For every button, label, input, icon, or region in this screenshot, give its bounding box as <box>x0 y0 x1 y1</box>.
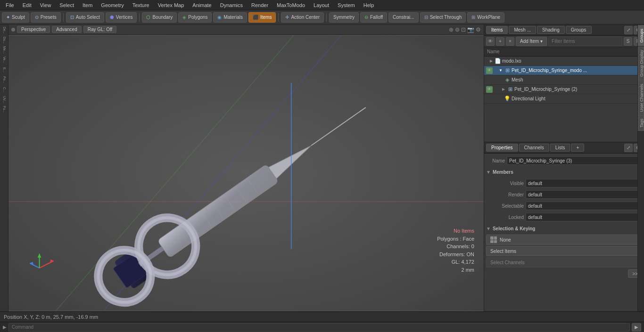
add-item-button[interactable]: Add Item ▾ <box>516 37 547 46</box>
tab-shading[interactable]: Shading <box>537 26 565 34</box>
left-tool-pol[interactable]: Po... <box>0 75 8 84</box>
tab-lists[interactable]: Lists <box>550 144 570 152</box>
materials-icon: ◉ <box>217 15 222 20</box>
members-section[interactable]: ▼ Members <box>486 168 642 176</box>
list-item[interactable]: 👁 ▼ ⊞ Pet_ID_Microchip_Syringe_modo ... <box>484 66 644 75</box>
props-expand-btn[interactable]: ⤢ <box>624 144 633 152</box>
viewport-deformers: Deformers: ON <box>437 251 474 259</box>
left-tool-mes[interactable]: Me... <box>0 45 8 55</box>
item-visibility-icon[interactable]: 👁 <box>486 86 493 93</box>
items-list[interactable]: ▶ 📄 modo.lxo 👁 ▼ ⊞ Pet_ID_Microchip_Syri… <box>484 57 644 142</box>
symmetry-button[interactable]: Symmetry <box>329 12 359 23</box>
menu-layout[interactable]: Layout <box>310 1 333 9</box>
menu-geometry[interactable]: Geometry <box>97 1 127 9</box>
item-tri-expand[interactable]: ▼ <box>498 68 503 73</box>
list-item[interactable]: 👁 ▶ ⊞ Pet_ID_Microchip_Syringe (2) <box>484 85 644 94</box>
vertices-button[interactable]: ⬟ Vertices <box>106 12 137 23</box>
left-tool-fu[interactable]: Fu... <box>0 105 8 114</box>
side-tab-group-display[interactable]: Group Display <box>638 47 644 80</box>
tab-channels[interactable]: Channels <box>519 144 549 152</box>
boundary-button[interactable]: ⬡ Boundary <box>142 12 177 23</box>
viewport-raygl-button[interactable]: Ray GL: Off <box>83 26 117 33</box>
side-tab-user-channels[interactable]: User Channels <box>638 81 644 115</box>
materials-button[interactable]: ◉ Materials <box>213 12 247 23</box>
side-tab-tags[interactable]: Tags <box>638 115 644 131</box>
presets-button[interactable]: ⊙ Presets <box>31 12 61 23</box>
boundary-icon: ⬡ <box>146 15 150 20</box>
menu-animate[interactable]: Animate <box>189 1 215 9</box>
name-label: Name <box>486 158 505 163</box>
left-tool-c[interactable]: C... <box>0 85 8 94</box>
viewport-mode-button[interactable]: Perspective <box>17 26 50 33</box>
viewport-zoom-icon[interactable]: ⊚ <box>455 26 460 33</box>
menu-texture[interactable]: Texture <box>129 1 153 9</box>
side-tab-groups[interactable]: Groups <box>638 25 644 46</box>
viewport-3d-scene <box>8 35 484 311</box>
left-tool-de[interactable]: De... <box>0 25 8 35</box>
filter-items-input[interactable] <box>548 37 622 46</box>
tab-add[interactable]: + <box>571 144 584 152</box>
select-items-button[interactable]: Select Items <box>486 246 642 256</box>
list-item[interactable]: ▶ 📄 modo.lxo <box>484 57 644 66</box>
viewport-camera-icon[interactable]: 📷 <box>467 26 474 33</box>
left-tool-ver[interactable]: Ve... <box>0 55 8 65</box>
left-tool-dup[interactable]: Du... <box>0 35 8 45</box>
viewport-canvas[interactable]: No Items Polygons : Face Channels: 0 Def… <box>8 35 484 311</box>
item-visibility-icon[interactable]: 👁 <box>486 67 493 74</box>
workplane-button[interactable]: ⊞ WorkPlane <box>467 12 504 23</box>
viewport-no-items: No Items <box>437 227 474 235</box>
items-plus-btn[interactable]: + <box>496 37 504 46</box>
list-item[interactable]: 💡 Directional Light <box>484 94 644 104</box>
menu-select[interactable]: Select <box>56 1 78 9</box>
cmd-go-button[interactable]: ▶ <box>632 323 641 332</box>
name-input[interactable] <box>507 156 642 165</box>
filter-search-btn[interactable]: S <box>624 37 632 46</box>
left-tool-e[interactable]: E... <box>0 65 8 74</box>
none-button[interactable]: None <box>486 235 642 245</box>
tab-items[interactable]: Items <box>486 26 508 34</box>
locked-dropdown[interactable]: default ▾ <box>526 213 642 221</box>
render-dropdown[interactable]: default ▾ <box>526 190 642 199</box>
visible-dropdown[interactable]: default ▾ <box>526 179 642 187</box>
viewport-settings-icon[interactable]: ⚙ <box>476 26 481 33</box>
auto-select-button[interactable]: ⊡ Auto Select <box>66 12 104 23</box>
menu-view[interactable]: View <box>36 1 55 9</box>
sculpt-button[interactable]: ✦ Sculpt <box>2 12 29 23</box>
action-center-button[interactable]: ✛ Action Center <box>281 12 324 23</box>
select-through-button[interactable]: ⊟ Select Through <box>420 12 466 23</box>
falloff-button[interactable]: ⊖ Falloff <box>360 12 387 23</box>
tab-properties[interactable]: Properties <box>486 144 518 152</box>
toolbar-sep-4 <box>326 13 327 22</box>
item-tri-expand[interactable]: ▶ <box>489 59 494 64</box>
items-button[interactable]: ⬛ Items <box>248 12 276 23</box>
menu-system[interactable]: System <box>334 1 359 9</box>
select-channels-button[interactable]: Select Channels <box>486 257 642 267</box>
selectable-dropdown[interactable]: default ▾ <box>526 202 642 210</box>
menu-vertexmap[interactable]: Vertex Map <box>154 1 188 9</box>
item-tri-expand[interactable]: ▶ <box>501 87 506 92</box>
menu-file[interactable]: File <box>2 1 18 9</box>
menu-dynamics[interactable]: Dynamics <box>216 1 247 9</box>
menu-help[interactable]: Help <box>360 1 378 9</box>
viewport-advanced-button[interactable]: Advanced <box>52 26 81 33</box>
sel-keying-header[interactable]: ▼ Selection & Keying <box>486 224 642 233</box>
viewport-fit-icon[interactable]: ⊡ <box>461 26 466 33</box>
menu-item[interactable]: Item <box>79 1 96 9</box>
list-item[interactable]: ◈ Mesh <box>484 75 644 85</box>
viewport-nav-icon[interactable]: ⊕ <box>449 26 454 33</box>
menu-edit[interactable]: Edit <box>19 1 35 9</box>
left-tool-uv[interactable]: UV... <box>0 95 8 104</box>
cmd-arrow-left[interactable]: ▶ <box>3 324 7 330</box>
items-toolbar: 👁 + × Add Item ▾ S F <box>484 36 644 47</box>
menu-render[interactable]: Render <box>248 1 272 9</box>
viewport[interactable]: Perspective Advanced Ray GL: Off ⊕ ⊚ ⊡ 📷… <box>8 24 484 311</box>
items-eye-btn[interactable]: 👁 <box>486 37 495 46</box>
tab-groups[interactable]: Groups <box>566 26 592 34</box>
panel-expand-btn[interactable]: ⤢ <box>624 26 633 34</box>
items-minus-btn[interactable]: × <box>506 37 514 46</box>
polygons-button[interactable]: ◈ Polygons <box>178 12 212 23</box>
tab-mesh[interactable]: Mesh ... <box>509 26 536 34</box>
command-input[interactable] <box>8 323 630 332</box>
constraints-button[interactable]: Constrai... <box>388 12 419 23</box>
menu-maxtomodo[interactable]: MaxToModo <box>273 1 309 9</box>
